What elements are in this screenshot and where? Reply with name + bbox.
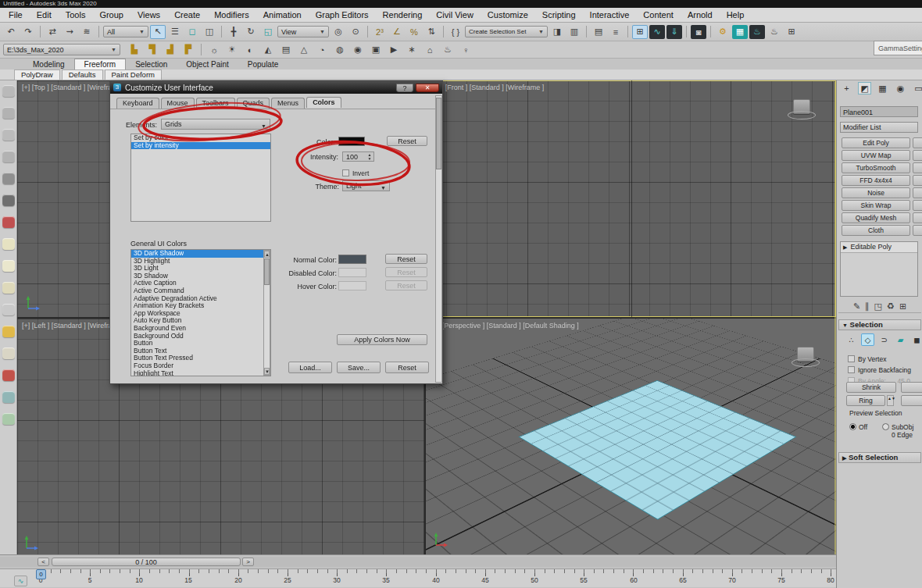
spinner-arrows-icon[interactable]: ▲▼ bbox=[366, 152, 373, 161]
modifier-button[interactable]: Skin Wrap bbox=[842, 200, 910, 211]
viewport-label[interactable]: [+] [Front ] [Standard ] [Wireframe ] bbox=[435, 84, 544, 91]
select-object-icon[interactable]: ↖ bbox=[150, 25, 166, 39]
ring-button[interactable]: Ring bbox=[846, 395, 885, 406]
ribbon-tab[interactable]: Object Paint bbox=[177, 59, 238, 69]
bind-to-space-warp-icon[interactable]: ≋ bbox=[79, 25, 95, 39]
door-icon[interactable]: ⌂ bbox=[422, 43, 438, 57]
make-unique-icon[interactable]: ◳ bbox=[874, 301, 882, 312]
ribbon-tool-icon[interactable] bbox=[2, 260, 15, 272]
modifier-button-partial[interactable] bbox=[913, 187, 922, 198]
toolbar-icon[interactable] bbox=[586, 26, 587, 37]
select-and-scale-icon[interactable]: ◱ bbox=[260, 25, 276, 39]
camera-icon[interactable]: ◐ bbox=[242, 43, 258, 57]
viewcube-icon[interactable] bbox=[793, 99, 810, 114]
render-production-icon[interactable]: ♨ bbox=[749, 25, 765, 39]
toolbar-icon[interactable] bbox=[98, 26, 99, 37]
curve-editor-icon[interactable]: ∿ bbox=[649, 25, 665, 39]
modifier-button[interactable]: FFD 4x4x4 bbox=[842, 175, 910, 186]
mirror-icon[interactable]: ◨ bbox=[549, 25, 565, 39]
menu-item[interactable]: Content bbox=[636, 10, 681, 20]
gamma-settings-notice[interactable]: GammaSetting bbox=[874, 41, 922, 55]
ring-spinner[interactable]: ▲▼ bbox=[887, 395, 894, 406]
radio-icon[interactable] bbox=[849, 423, 856, 430]
ribbon-subtab[interactable]: Defaults bbox=[62, 69, 103, 80]
ribbon-tool-icon[interactable] bbox=[2, 129, 15, 141]
named-selection-set-d-icon[interactable]: ▛ bbox=[180, 43, 196, 57]
modifier-button-partial[interactable] bbox=[913, 162, 922, 173]
viewport-label[interactable]: [+] [Perspective ] [Standard ] [Default … bbox=[432, 322, 579, 330]
light-icon[interactable]: ☼ bbox=[206, 43, 222, 57]
percent-snap-icon[interactable]: % bbox=[406, 25, 422, 39]
rendered-frame-window-icon[interactable]: ▦ bbox=[732, 25, 748, 39]
modifier-button-partial[interactable] bbox=[913, 212, 922, 223]
motion-tab-icon[interactable]: ◉ bbox=[894, 82, 907, 94]
dialog-help-button[interactable]: ? bbox=[396, 84, 413, 92]
color-swatch[interactable] bbox=[338, 137, 365, 146]
schematic-view-icon[interactable]: ⇓ bbox=[666, 25, 682, 39]
list-item[interactable]: Highlight Text bbox=[131, 370, 264, 377]
ribbon-tool-icon[interactable] bbox=[2, 194, 15, 206]
track-bar-ruler[interactable]: 05101520253035404550556065707580 bbox=[0, 568, 922, 587]
toolbar-icon[interactable] bbox=[221, 26, 222, 37]
checkbox-icon[interactable] bbox=[342, 169, 349, 176]
ribbon-tool-icon[interactable] bbox=[2, 238, 15, 250]
theme-dropdown[interactable]: Light ▼ bbox=[342, 180, 390, 191]
modify-tab-icon[interactable]: ◩ bbox=[858, 82, 871, 94]
ribbon-tool-icon[interactable] bbox=[2, 369, 15, 381]
undo-icon[interactable]: ↶ bbox=[3, 25, 19, 39]
element-icon[interactable]: ◼ bbox=[910, 333, 922, 346]
named-selection-set-a-icon[interactable]: ▙ bbox=[127, 43, 142, 57]
ribbon-subtab[interactable]: PolyDraw bbox=[14, 69, 60, 80]
render-iterative-icon[interactable]: ♨ bbox=[767, 25, 782, 39]
modifier-button-partial[interactable] bbox=[913, 200, 922, 211]
normal-color-reset-button[interactable]: Reset bbox=[385, 254, 427, 264]
toolbar-icon[interactable] bbox=[627, 26, 628, 37]
named-selection-set-b-icon[interactable]: ▜ bbox=[145, 43, 160, 57]
sun-positioner-icon[interactable]: ☀ bbox=[224, 43, 240, 57]
time-slider-thumb[interactable]: 0 / 100 bbox=[52, 558, 241, 566]
menu-item[interactable]: Edit bbox=[30, 10, 59, 20]
create-tab-icon[interactable]: + bbox=[840, 82, 853, 94]
unlink-selection-icon[interactable]: ⇝ bbox=[62, 25, 77, 39]
border-icon[interactable]: ⊃ bbox=[877, 333, 891, 346]
modifier-button[interactable]: TurboSmooth bbox=[842, 162, 910, 173]
modifier-button-partial[interactable] bbox=[913, 137, 922, 148]
dialog-scrollbar[interactable] bbox=[435, 95, 442, 383]
modifier-button-partial[interactable] bbox=[913, 175, 922, 186]
torus-icon[interactable]: ◍ bbox=[332, 43, 348, 57]
loop-button-partial[interactable] bbox=[901, 395, 922, 406]
modifier-button[interactable]: Quadify Mesh bbox=[842, 212, 910, 223]
dialog-tab[interactable]: Menus bbox=[271, 98, 305, 109]
select-and-link-icon[interactable]: ⇄ bbox=[45, 25, 60, 39]
ribbon-tool-icon[interactable] bbox=[2, 173, 15, 184]
ribbon-subtab[interactable]: Paint Deform bbox=[105, 69, 162, 80]
ribbon-tool-icon[interactable] bbox=[2, 282, 15, 294]
material-editor-icon[interactable]: ◙ bbox=[691, 25, 706, 39]
layer-explorer-icon[interactable]: ≡ bbox=[608, 25, 624, 39]
edge-icon[interactable]: ◇ bbox=[861, 333, 874, 346]
dialog-tab[interactable]: Toolbars bbox=[196, 98, 235, 109]
expand-arrow-icon[interactable]: ▶ bbox=[843, 242, 847, 252]
elements-dropdown[interactable]: Grids ▼ bbox=[161, 119, 270, 130]
load-button[interactable]: Load... bbox=[288, 362, 332, 373]
cone-icon[interactable]: △ bbox=[296, 43, 312, 57]
menu-item[interactable]: Customize bbox=[481, 10, 535, 20]
named-selection-set-c-icon[interactable]: ▟ bbox=[163, 43, 178, 57]
dialog-tab[interactable]: Quads bbox=[237, 98, 270, 109]
menu-item[interactable]: Help bbox=[720, 10, 752, 20]
project-folder-dropdown[interactable]: E:\3ds_Max_2020▼ bbox=[3, 44, 120, 55]
mini-curve-editor-button[interactable]: ∿ bbox=[14, 576, 27, 586]
preview-off-radio[interactable]: Off bbox=[849, 419, 867, 433]
video-post-icon[interactable]: ▶ bbox=[386, 43, 402, 57]
viewport-front[interactable]: [+] [Front ] [Standard ] [Wireframe ] bbox=[426, 80, 836, 317]
ribbon-tool-icon[interactable] bbox=[2, 326, 15, 337]
audio-icon[interactable]: ◭ bbox=[260, 43, 276, 57]
window-crossing-icon[interactable]: ◫ bbox=[202, 25, 217, 39]
selection-rollout-header[interactable]: ▼ Selection bbox=[838, 319, 921, 330]
sphere-icon[interactable]: ◉ bbox=[350, 43, 366, 57]
previous-frame-button[interactable]: < bbox=[38, 558, 49, 566]
ribbon-tool-icon[interactable] bbox=[2, 107, 15, 119]
invert-checkbox[interactable]: Invert bbox=[342, 165, 369, 179]
viewport-perspective[interactable]: [+] [Perspective ] [Standard ] [Default … bbox=[426, 319, 836, 554]
selection-filter-dropdown[interactable]: All▼ bbox=[103, 26, 148, 37]
